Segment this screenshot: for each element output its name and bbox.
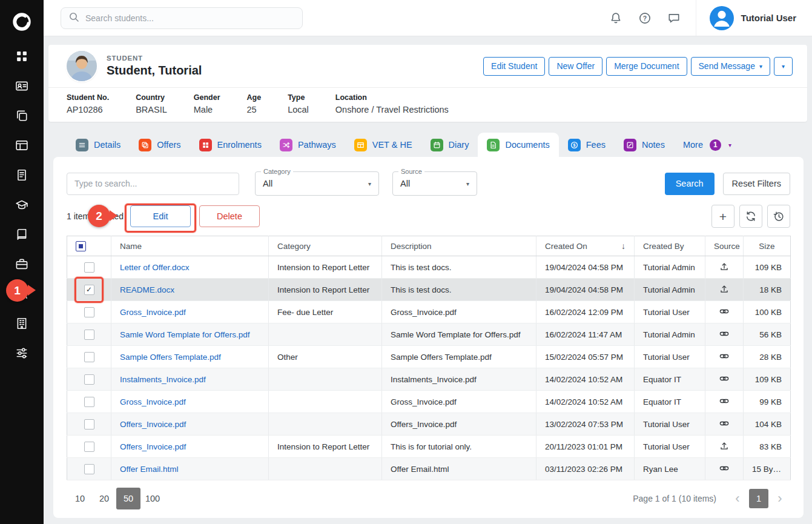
send-message-button[interactable]: Send Message▾	[691, 57, 770, 76]
help-icon[interactable]: ?	[638, 11, 652, 25]
more-actions-button[interactable]: ▾	[774, 57, 793, 76]
row-checkbox[interactable]	[84, 262, 94, 273]
select-all-checkbox[interactable]	[76, 241, 86, 251]
row-checkbox-cell[interactable]	[67, 346, 111, 368]
row-checkbox[interactable]	[84, 374, 94, 385]
documents-search-input[interactable]	[67, 173, 239, 195]
refresh-button[interactable]	[739, 205, 762, 228]
sidebar-icon-grid[interactable]	[15, 50, 28, 63]
tab-offers[interactable]: Offers	[130, 133, 190, 157]
global-search-input[interactable]	[85, 13, 295, 23]
document-link[interactable]: README.docx	[120, 285, 174, 294]
sidebar-icon-sliders[interactable]	[15, 347, 28, 360]
chat-icon[interactable]	[667, 11, 681, 25]
column-header-description[interactable]: Description	[382, 236, 536, 256]
sidebar-icon-people[interactable]	[15, 287, 28, 300]
merge-document-button[interactable]: Merge Document	[606, 57, 687, 76]
document-link[interactable]: Offers_Invoice.pdf	[120, 420, 186, 429]
tab-documents[interactable]: Documents	[478, 133, 558, 157]
tab-notes[interactable]: Notes	[615, 133, 674, 157]
current-page-button[interactable]: 1	[749, 489, 768, 508]
document-link[interactable]: Letter of Offer.docx	[120, 263, 190, 272]
edit-button[interactable]: Edit	[130, 205, 191, 227]
row-checkbox-cell[interactable]	[67, 458, 111, 480]
column-header-source[interactable]: Source	[705, 236, 744, 256]
notifications-bell-icon[interactable]	[609, 11, 623, 25]
info-label: Type	[288, 93, 309, 102]
row-checkbox-cell[interactable]	[67, 279, 111, 301]
sidebar-icon-graduation-cap[interactable]	[15, 198, 28, 211]
link-icon	[719, 399, 729, 408]
sidebar-icon-window[interactable]	[15, 139, 28, 152]
row-checkbox[interactable]	[84, 397, 94, 407]
search-button[interactable]: Search	[665, 173, 715, 195]
sidebar-icon-briefcase[interactable]	[15, 257, 28, 271]
column-header-name[interactable]: Name	[111, 236, 269, 256]
column-header-created-on[interactable]: Created On↓	[536, 236, 635, 256]
column-header-created-by[interactable]: Created By	[635, 236, 705, 256]
student-info-gender: GenderMale	[194, 93, 220, 114]
new-offer-button[interactable]: New Offer	[549, 57, 602, 76]
next-page-button[interactable]: ›	[771, 488, 789, 509]
row-checkbox[interactable]	[84, 352, 94, 362]
source-select[interactable]: Source All ▾	[392, 171, 477, 196]
document-link[interactable]: Gross_Invoice.pdf	[120, 397, 186, 406]
category-cell	[269, 413, 382, 436]
document-link[interactable]: Instalments_Invoice.pdf	[120, 375, 206, 384]
global-search[interactable]	[61, 7, 303, 29]
category-select[interactable]: Category All ▾	[255, 171, 379, 196]
sidebar-icon-id-card[interactable]	[15, 79, 28, 93]
document-link[interactable]: Gross_Invoice.pdf	[120, 308, 186, 317]
row-checkbox-cell[interactable]	[67, 391, 111, 413]
user-menu[interactable]: Tutorial User	[696, 0, 812, 36]
edit-student-button[interactable]: Edit Student	[483, 57, 545, 76]
select-all-checkbox-cell[interactable]	[67, 236, 111, 256]
chevron-down-icon: ▾	[728, 142, 731, 148]
page-size-50[interactable]: 50	[116, 488, 140, 509]
document-link[interactable]: Offer Email.html	[120, 465, 179, 474]
chevron-down-icon: ▾	[759, 63, 762, 70]
tab-vet-he[interactable]: VET & HE	[345, 133, 421, 157]
add-document-button[interactable]: +	[711, 205, 734, 228]
tab-details[interactable]: Details	[67, 133, 130, 157]
document-link[interactable]: Offers_Invoice.pdf	[120, 442, 186, 451]
column-header-category[interactable]: Category	[269, 236, 382, 256]
prev-page-button[interactable]: ‹	[728, 488, 747, 509]
row-checkbox[interactable]	[84, 330, 94, 340]
page-size-100[interactable]: 100	[140, 488, 165, 509]
tab-fees[interactable]: $Fees	[559, 133, 615, 157]
row-checkbox-cell[interactable]	[67, 323, 111, 346]
app-logo[interactable]	[0, 0, 44, 44]
sidebar-icon-receipt[interactable]	[15, 168, 28, 182]
row-checkbox[interactable]	[84, 285, 94, 295]
row-checkbox[interactable]	[84, 442, 94, 452]
history-button[interactable]	[767, 205, 790, 228]
sidebar-icon-book[interactable]	[15, 228, 28, 241]
row-checkbox-cell[interactable]	[67, 256, 111, 279]
row-checkbox[interactable]	[84, 464, 94, 474]
row-checkbox-cell[interactable]	[67, 436, 111, 458]
row-checkbox[interactable]	[84, 307, 94, 317]
row-checkbox-cell[interactable]	[67, 413, 111, 436]
category-cell: Intension to Report Letter	[269, 279, 382, 301]
documents-tab-icon	[487, 139, 500, 151]
reset-filters-button[interactable]: Reset Filters	[723, 173, 790, 195]
delete-button[interactable]: Delete	[199, 205, 260, 227]
student-photo	[67, 51, 97, 81]
row-checkbox-cell[interactable]	[67, 301, 111, 323]
tab-diary[interactable]: Diary	[421, 133, 478, 157]
description-cell: Samle Word Template for Offers.pdf	[382, 323, 536, 346]
page-size-20[interactable]: 20	[92, 488, 116, 509]
sidebar-icon-copy[interactable]	[15, 109, 28, 122]
tab-pathways[interactable]: Pathways	[271, 133, 345, 157]
row-checkbox-cell[interactable]	[67, 368, 111, 391]
document-link[interactable]: Sample Offers Template.pdf	[120, 353, 221, 362]
tab-more[interactable]: More1▾	[674, 133, 741, 157]
source-cell	[705, 301, 744, 323]
page-size-10[interactable]: 10	[68, 488, 92, 509]
sidebar-icon-building[interactable]	[15, 317, 28, 330]
document-link[interactable]: Samle Word Template for Offers.pdf	[120, 330, 250, 339]
row-checkbox[interactable]	[84, 419, 94, 429]
tab-enrolments[interactable]: Enrolments	[190, 133, 271, 157]
column-header-size[interactable]: Size	[744, 236, 791, 256]
